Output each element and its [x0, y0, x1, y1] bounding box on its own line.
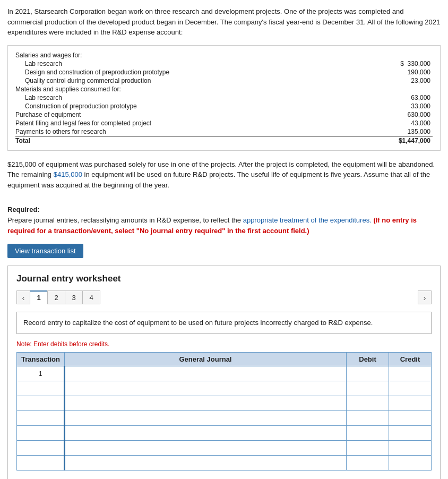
row-label: Quality control during commercial produc…	[15, 76, 354, 85]
tab-4[interactable]: 4	[82, 290, 100, 304]
general-journal-input[interactable]	[65, 381, 346, 396]
debit-cell[interactable]	[347, 366, 389, 381]
table-row: Salaries and wages for:	[15, 51, 433, 59]
row-label: Materials and supplies consumed for:	[15, 85, 354, 93]
debit-input[interactable]	[347, 456, 389, 470]
row-label: Patent filing and legal fees for complet…	[15, 119, 354, 127]
debit-input[interactable]	[347, 381, 389, 396]
credit-input[interactable]	[389, 366, 431, 381]
transaction-cell	[17, 455, 65, 470]
general-journal-cell[interactable]	[65, 410, 347, 425]
credit-cell[interactable]	[389, 425, 432, 440]
table-row: Patent filing and legal fees for complet…	[15, 119, 433, 127]
transaction-cell	[17, 410, 65, 425]
credit-input[interactable]	[389, 381, 431, 396]
tab-next-arrow[interactable]: ›	[418, 290, 432, 304]
table-row	[17, 425, 432, 440]
general-journal-cell[interactable]	[65, 440, 347, 455]
row-amount: 33,000	[354, 102, 433, 110]
row-amount: 135,000	[354, 127, 433, 136]
transaction-cell: 1	[17, 366, 65, 381]
general-journal-cell[interactable]	[65, 425, 347, 440]
credit-input[interactable]	[389, 411, 431, 425]
general-journal-input[interactable]	[65, 411, 346, 425]
required-paragraph: Required: Prepare journal entries, recla…	[7, 204, 441, 236]
view-transaction-list-button[interactable]: View transaction list	[7, 244, 83, 258]
debit-cell[interactable]	[347, 440, 389, 455]
table-row: Purchase of equipment 630,000	[15, 110, 433, 119]
credit-input[interactable]	[389, 426, 431, 440]
credit-cell[interactable]	[389, 381, 432, 396]
tab-navigation: ‹ 1 2 3 4 ›	[16, 290, 432, 304]
debit-cell[interactable]	[347, 425, 389, 440]
credit-cell[interactable]	[389, 366, 432, 381]
table-row	[17, 455, 432, 470]
general-journal-cell[interactable]	[65, 366, 347, 381]
row-amount	[354, 51, 433, 59]
transaction-cell	[17, 425, 65, 440]
debit-input[interactable]	[347, 396, 389, 410]
tab-1[interactable]: 1	[30, 290, 48, 304]
credit-cell[interactable]	[389, 396, 432, 410]
expense-table-wrapper: Salaries and wages for: Lab research $ 3…	[7, 45, 441, 151]
transaction-cell	[17, 440, 65, 455]
total-row: Total $1,447,000	[15, 136, 433, 145]
tab-2[interactable]: 2	[47, 290, 65, 304]
row-amount: 63,000	[354, 93, 433, 102]
intro-paragraph: In 2021, Starsearch Corporation began wo…	[7, 6, 441, 38]
table-row	[17, 410, 432, 425]
general-journal-cell[interactable]	[65, 455, 347, 470]
table-row	[17, 381, 432, 396]
row-label: Design and construction of preproduction…	[15, 68, 354, 76]
table-row	[17, 440, 432, 455]
header-debit: Debit	[347, 352, 389, 366]
debit-cell[interactable]	[347, 381, 389, 396]
required-section: Required: Prepare journal entries, recla…	[7, 204, 441, 236]
table-header-row: Transaction General Journal Debit Credit	[17, 352, 432, 366]
row-label: Purchase of equipment	[15, 110, 354, 119]
general-journal-input[interactable]	[65, 456, 346, 470]
table-row: Lab research $ 330,000	[15, 59, 433, 68]
row-label: Salaries and wages for:	[15, 51, 354, 59]
journal-table: Transaction General Journal Debit Credit…	[16, 352, 432, 471]
credit-input[interactable]	[389, 441, 431, 455]
credit-cell[interactable]	[389, 455, 432, 470]
row-amount: 43,000	[354, 119, 433, 127]
general-journal-input[interactable]	[65, 396, 346, 410]
row-label: Construction of preproduction prototype	[15, 102, 354, 110]
debit-cell[interactable]	[347, 410, 389, 425]
table-row: Construction of preproduction prototype …	[15, 102, 433, 110]
total-amount: $1,447,000	[354, 136, 433, 145]
credit-input[interactable]	[389, 456, 431, 470]
table-row: Materials and supplies consumed for:	[15, 85, 433, 93]
debit-input[interactable]	[347, 411, 389, 425]
tab-prev-arrow[interactable]: ‹	[16, 290, 30, 304]
general-journal-input[interactable]	[65, 441, 346, 455]
debit-cell[interactable]	[347, 396, 389, 410]
row-amount: 190,000	[354, 68, 433, 76]
credit-cell[interactable]	[389, 410, 432, 425]
worksheet-title: Journal entry worksheet	[16, 273, 432, 284]
debit-input[interactable]	[347, 366, 389, 381]
middle-paragraph: $215,000 of equipment was purchased sole…	[7, 159, 441, 191]
entry-description-box: Record entry to capitalize the cost of e…	[16, 312, 432, 334]
row-amount: 630,000	[354, 110, 433, 119]
table-row: Quality control during commercial produc…	[15, 76, 433, 85]
debit-cell[interactable]	[347, 455, 389, 470]
transaction-cell	[17, 396, 65, 410]
general-journal-input[interactable]	[65, 366, 346, 381]
general-journal-cell[interactable]	[65, 396, 347, 410]
credit-input[interactable]	[389, 396, 431, 410]
expense-table: Salaries and wages for: Lab research $ 3…	[15, 51, 433, 145]
credit-cell[interactable]	[389, 440, 432, 455]
general-journal-cell[interactable]	[65, 381, 347, 396]
general-journal-input[interactable]	[65, 426, 346, 440]
table-row: Design and construction of preproduction…	[15, 68, 433, 76]
debit-input[interactable]	[347, 441, 389, 455]
transaction-cell	[17, 381, 65, 396]
note-text: Note: Enter debits before credits.	[16, 340, 432, 348]
row-label: Payments to others for research	[15, 127, 354, 136]
debit-input[interactable]	[347, 426, 389, 440]
required-label: Required:	[7, 206, 40, 213]
tab-3[interactable]: 3	[65, 290, 83, 304]
